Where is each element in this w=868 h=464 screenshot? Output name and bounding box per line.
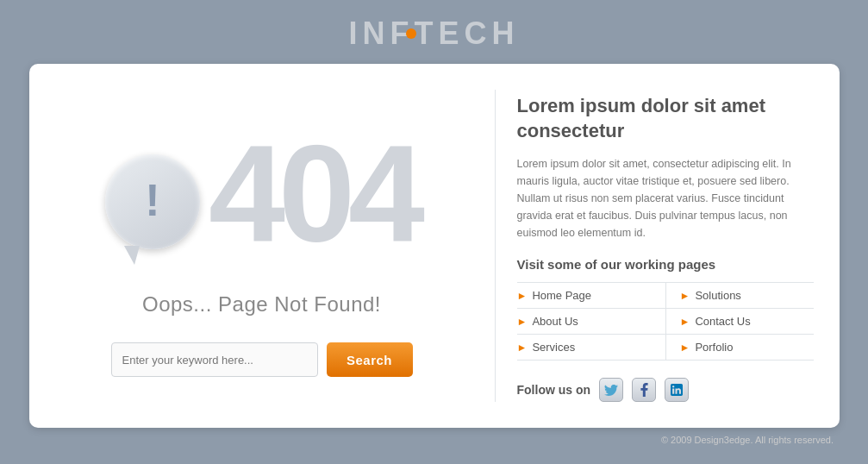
- visit-label: Visit some of our working pages: [517, 257, 814, 272]
- exclamation-icon: !: [145, 178, 159, 223]
- link-services-label: Services: [532, 341, 575, 354]
- arrow-icon: ►: [680, 290, 690, 302]
- follow-row: Follow us on: [517, 378, 814, 402]
- link-aboutus[interactable]: ► About Us: [517, 309, 665, 335]
- link-solutions[interactable]: ► Solutions: [665, 283, 814, 309]
- logo: INFTECH: [349, 16, 520, 52]
- footer-copyright: © 2009 Design3edge. All rights reserved.: [661, 435, 834, 445]
- follow-label: Follow us on: [517, 383, 591, 397]
- arrow-icon: ►: [680, 316, 690, 328]
- left-panel: ! 404 Oops... Page Not Found! Search: [47, 90, 478, 402]
- twitter-icon[interactable]: [599, 378, 623, 402]
- link-homepage[interactable]: ► Home Page: [517, 283, 665, 309]
- link-homepage-label: Home Page: [532, 289, 591, 302]
- error-container: ! 404: [77, 98, 447, 288]
- links-grid: ► Home Page ► Solutions ► About Us ► Con…: [517, 282, 814, 361]
- link-aboutus-label: About Us: [532, 315, 578, 328]
- arrow-icon: ►: [517, 316, 528, 328]
- link-solutions-label: Solutions: [695, 289, 740, 302]
- footer: © 2009 Design3edge. All rights reserved.: [0, 428, 868, 445]
- link-porfolio[interactable]: ► Porfolio: [665, 335, 814, 361]
- search-button[interactable]: Search: [327, 342, 413, 377]
- search-container: Search: [111, 342, 413, 377]
- link-porfolio-label: Porfolio: [695, 341, 733, 354]
- error-message: Oops... Page Not Found!: [142, 292, 381, 317]
- exclamation-bubble: !: [105, 154, 200, 249]
- error-code: 404: [209, 124, 418, 262]
- linkedin-icon[interactable]: [665, 378, 689, 402]
- main-card: ! 404 Oops... Page Not Found! Search Lor…: [29, 64, 840, 428]
- link-contactus-label: Contact Us: [695, 315, 750, 328]
- arrow-icon: ►: [517, 290, 528, 302]
- facebook-icon[interactable]: [632, 378, 656, 402]
- link-services[interactable]: ► Services: [517, 335, 665, 361]
- header: INFTECH: [0, 0, 868, 64]
- right-description: Lorem ipsum dolor sit amet, consectetur …: [517, 155, 814, 241]
- arrow-icon: ►: [517, 342, 528, 354]
- right-title: Lorem ipsum dolor sit amet consectetur: [517, 94, 814, 143]
- search-input[interactable]: [111, 342, 318, 377]
- logo-dot-icon: [406, 28, 416, 39]
- link-contactus[interactable]: ► Contact Us: [665, 309, 814, 335]
- panel-divider: [495, 90, 496, 402]
- right-panel: Lorem ipsum dolor sit amet consectetur L…: [513, 90, 814, 402]
- arrow-icon: ►: [680, 342, 690, 354]
